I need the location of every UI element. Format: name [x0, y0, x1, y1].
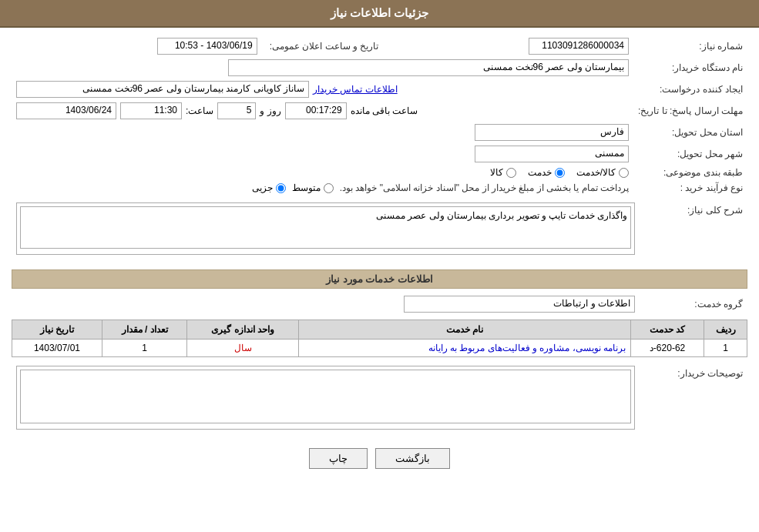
table-row: 1 620-62-د برنامه نویسی، مشاوره و فعالیت… — [12, 340, 747, 357]
category-khidmat-radio[interactable] — [555, 168, 565, 178]
col-code: کد حدمت — [631, 320, 704, 340]
creator-value: اطلاعات تماس خریدار ساناز کاویانی کارمند… — [12, 79, 633, 100]
remaining-time-input: 00:17:29 — [285, 102, 347, 119]
page-wrapper: جزئیات اطلاعات نیاز شماره نیاز: 11030912… — [0, 0, 759, 532]
category-label: طبقه بندی موضوعی: — [633, 165, 747, 180]
print-button[interactable]: چاپ — [309, 448, 368, 469]
category-kala-khidmat-radio[interactable] — [619, 168, 629, 178]
process-note: پرداخت تمام یا بخشی از مبلغ خریدار از مح… — [340, 182, 629, 193]
response-days-label: روز و — [260, 105, 280, 116]
response-deadline-value: ساعت باقی مانده 00:17:29 روز و 5 ساعت: 1… — [12, 100, 633, 122]
category-kala-khidmat[interactable]: کالا/خدمت — [576, 167, 629, 178]
buyer-desc-wrapper — [16, 366, 635, 430]
col-index: ردیف — [704, 320, 747, 340]
buyer-org-label: نام دستگاه خریدار: — [633, 57, 747, 79]
category-khidmat[interactable]: خدمت — [528, 167, 565, 178]
province-value: فارس — [12, 122, 633, 143]
need-description-value — [12, 200, 640, 263]
need-description-textarea[interactable] — [20, 206, 631, 249]
buyer-org-value: بیمارستان ولی عصر 96تخت ممسنی — [12, 57, 633, 79]
need-number-value: 1103091286000034 — [383, 35, 633, 57]
response-deadline-label: مهلت ارسال پاسخ: تا تاریخ: — [633, 100, 747, 122]
process-jozi-radio[interactable] — [276, 183, 286, 193]
announcement-time-input: 1403/06/19 - 10:53 — [157, 38, 257, 55]
response-time-input: 11:30 — [120, 102, 182, 119]
category-kala-khidmat-label: کالا/خدمت — [576, 167, 616, 178]
process-label: نوع فرآیند خرید : — [633, 180, 747, 196]
service-group-input: اطلاعات و ارتباطات — [404, 296, 635, 313]
need-number-input: 1103091286000034 — [529, 38, 629, 55]
response-days-input: 5 — [217, 102, 256, 119]
city-value: ممسنی — [12, 143, 633, 165]
process-mutavasit-radio[interactable] — [324, 183, 334, 193]
col-unit: واحد اندازه گیری — [187, 320, 299, 340]
response-time-label: ساعت: — [186, 105, 213, 116]
need-desc-table: شرح کلی نیاز: — [12, 200, 747, 263]
city-input: ممسنی — [475, 146, 629, 162]
creator-input: ساناز کاویانی کارمند بیمارستان ولی عصر 9… — [16, 81, 309, 98]
main-content: شماره نیاز: 1103091286000034 تاریخ و ساع… — [0, 28, 759, 492]
process-jozi[interactable]: جزیی — [252, 182, 286, 193]
announcement-time-label: تاریخ و ساعت اعلان عمومی: — [262, 35, 384, 57]
col-qty: تعداد / مقدار — [102, 320, 186, 340]
city-label: شهر محل تحویل: — [633, 143, 747, 165]
category-kala-label: کالا — [490, 167, 503, 178]
service-group-label: گروه خدمت: — [640, 293, 747, 315]
category-value: کالا/خدمت خدمت کالا — [12, 165, 633, 180]
cell-index: 1 — [704, 340, 747, 357]
service-info-title: اطلاعات خدمات مورد نیاز — [12, 269, 747, 289]
col-date: تاریخ نیاز — [12, 320, 102, 340]
contact-link[interactable]: اطلاعات تماس خریدار — [313, 84, 398, 95]
category-radio-group: کالا/خدمت خدمت کالا — [16, 167, 629, 178]
col-name: نام خدمت — [299, 320, 631, 340]
service-group-value: اطلاعات و ارتباطات — [12, 293, 640, 315]
page-title: جزئیات اطلاعات نیاز — [0, 0, 759, 28]
need-number-label: شماره نیاز: — [633, 35, 747, 57]
process-mutavasit-label: متوسط — [292, 182, 321, 193]
bottom-buttons: بازگشت چاپ — [12, 437, 747, 484]
process-row: پرداخت تمام یا بخشی از مبلغ خریدار از مح… — [16, 182, 629, 193]
buyer-desc-table: توصیحات خریدار: — [12, 363, 747, 432]
service-group-table: گروه خدمت: اطلاعات و ارتباطات — [12, 293, 747, 315]
creator-label: ایجاد کننده درخواست: — [633, 79, 747, 100]
service-table: ردیف کد حدمت نام خدمت واحد اندازه گیری ت… — [12, 320, 747, 357]
province-input: فارس — [475, 124, 629, 141]
category-kala[interactable]: کالا — [490, 167, 516, 178]
info-table-top: شماره نیاز: 1103091286000034 تاریخ و ساع… — [12, 35, 747, 196]
category-khidmat-label: خدمت — [528, 167, 552, 178]
cell-qty: 1 — [102, 340, 186, 357]
cell-unit: سال — [187, 340, 299, 357]
province-label: استان محل تحویل: — [633, 122, 747, 143]
buyer-desc-textarea[interactable] — [20, 370, 631, 423]
process-value: پرداخت تمام یا بخشی از مبلغ خریدار از مح… — [12, 180, 633, 196]
buyer-org-input: بیمارستان ولی عصر 96تخت ممسنی — [228, 59, 629, 76]
back-button[interactable]: بازگشت — [375, 448, 450, 469]
announcement-time-value: 1403/06/19 - 10:53 — [12, 35, 262, 57]
buyer-desc-value — [12, 363, 640, 432]
process-mutavasit[interactable]: متوسط — [292, 182, 334, 193]
category-kala-radio[interactable] — [506, 168, 516, 178]
cell-name: برنامه نویسی، مشاوره و فعالیت‌های مربوط … — [299, 340, 631, 357]
need-description-wrapper — [16, 202, 635, 255]
remaining-time-label: ساعت باقی مانده — [351, 105, 418, 116]
need-description-label: شرح کلی نیاز: — [640, 200, 747, 263]
process-jozi-label: جزیی — [252, 182, 273, 193]
cell-date: 1403/07/01 — [12, 340, 102, 357]
response-date-input: 1403/06/24 — [16, 102, 116, 119]
cell-code: 620-62-د — [631, 340, 704, 357]
buyer-desc-label: توصیحات خریدار: — [640, 363, 747, 432]
